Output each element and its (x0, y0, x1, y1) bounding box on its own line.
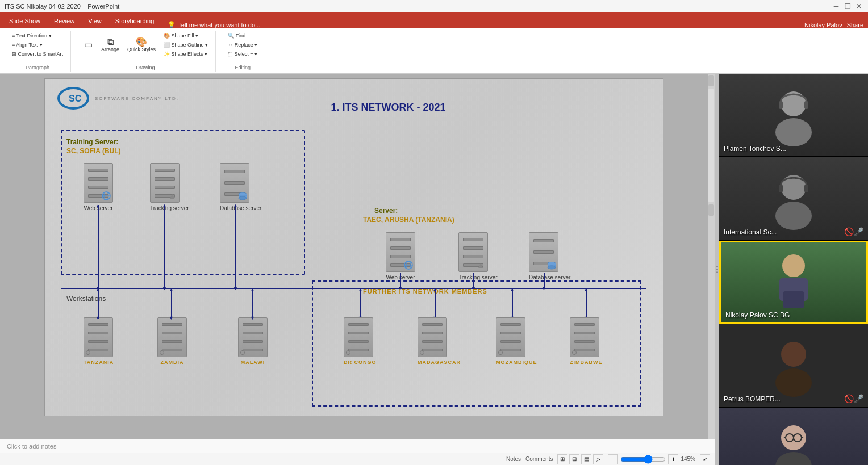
slideshow-view-button[interactable]: ▷ (593, 454, 603, 464)
quick-styles-button[interactable]: 🎨 Quick Styles (124, 36, 158, 54)
db-icon-left (238, 192, 247, 200)
reading-view-button[interactable]: ▤ (581, 454, 591, 464)
align-text-button[interactable]: ≡ Align Text ▾ (9, 41, 66, 49)
slide-container: SC SOFTWARE COMPANY LTD. 1. ITS NETWORK … (0, 74, 715, 465)
svg-point-16 (781, 91, 806, 116)
video-face-nikolay (721, 242, 866, 322)
window-controls: ─ ❐ ✕ (832, 2, 863, 11)
ribbon-user-area: Nikolay Palov Share (804, 22, 868, 28)
tab-storyboarding[interactable]: Storyboarding (108, 14, 161, 28)
panel-divider[interactable] (715, 74, 719, 465)
avatar-gabriela (765, 418, 822, 466)
tab-slideshow[interactable]: Slide Show (2, 14, 47, 28)
normal-view-button[interactable]: ⊞ (557, 454, 567, 464)
workstations-label: Workstations (66, 295, 106, 303)
lightbulb-icon: 💡 (168, 21, 176, 28)
video-tile-petrus: Petrus BOMPER... 🚫🎤 (719, 324, 868, 408)
zoom-out-button[interactable]: − (608, 454, 618, 464)
text-direction-button[interactable]: ≡ Text Direction ▾ (9, 32, 66, 40)
minimize-button[interactable]: ─ (832, 2, 841, 11)
video-tile-plamen: Plamen Tonchev S... (719, 74, 868, 157)
tab-review[interactable]: Review (47, 14, 81, 28)
ribbon: Slide Show Review View Storyboarding 💡 T… (0, 12, 868, 74)
shape-fill-button[interactable]: 🎨 Shape Fill ▾ (161, 32, 211, 40)
comments-view-button[interactable]: Comments (525, 456, 553, 462)
restore-button[interactable]: ❐ (843, 2, 852, 11)
avatar-petrus (765, 334, 822, 397)
tab-view[interactable]: View (81, 14, 108, 28)
further-members-title: FURTHER ITS NETWORK MEMBERS (363, 288, 487, 295)
svg-point-31 (775, 452, 812, 466)
fit-window-button[interactable]: ⤢ (700, 454, 710, 464)
arrow-left-db: ▲ ▼ (235, 205, 236, 289)
video-face-gabriela (719, 408, 868, 465)
tracking-arrow-icon-right: ▲ (477, 261, 485, 270)
ribbon-search[interactable]: 💡 Tell me what you want to do... (168, 21, 260, 28)
mozambique-workstation: MOZAMBIQUE (496, 317, 537, 365)
arrow-left-tracking: ▲ ▼ (164, 205, 165, 289)
text-buttons: ≡ Text Direction ▾ ≡ Align Text ▾ ⊞ Conv… (9, 32, 66, 58)
video-name-plamen: Plamen Tonchev S... (724, 145, 786, 153)
slide-note-area: Click to add notes (0, 439, 715, 453)
left-tracking-server: ▲ Tracking server (150, 163, 189, 211)
svg-line-36 (802, 437, 803, 438)
madagascar-label: MADAGASCAR (418, 359, 461, 365)
video-name-petrus: Petrus BOMPER... (724, 395, 781, 403)
main-area: SC SOFTWARE COMPANY LTD. 1. ITS NETWORK … (0, 74, 868, 465)
zoom-in-button[interactable]: + (668, 454, 678, 464)
svg-rect-18 (779, 101, 783, 109)
close-button[interactable]: ✕ (854, 2, 863, 11)
app-title: ITS SC Nikolay 04-02-2020 – PowerPoint (5, 3, 119, 10)
arrow-zambia: ▲ ▼ (171, 289, 172, 319)
video-tile-international: International Sc... 🚫🎤 (719, 157, 868, 241)
drcongo-workstation: DR CONGO (344, 317, 377, 365)
replace-button[interactable]: ↔ Replace ▾ (225, 41, 260, 49)
shapes-button[interactable]: ▭ (80, 39, 96, 51)
svg-point-21 (775, 202, 812, 230)
mic-muted-icon-international: 🚫🎤 (844, 227, 863, 236)
shapes-icon: ▭ (84, 40, 93, 49)
slide-logo: SC SOFTWARE COMPANY LTD. (56, 86, 179, 111)
avatar-nikolay (754, 249, 833, 317)
share-button[interactable]: Share (847, 22, 863, 28)
avatar-plamen (765, 84, 822, 146)
malawi-label: MALAWI (238, 359, 268, 365)
title-bar: ITS SC Nikolay 04-02-2020 – PowerPoint ─… (0, 0, 868, 12)
editing-buttons: 🔍 Find ↔ Replace ▾ ⬚ Select = ▾ (225, 32, 260, 58)
notes-view-button[interactable]: Notes (506, 456, 521, 462)
arrange-button[interactable]: ⧉ Arrange (98, 36, 122, 54)
shape-effects-button[interactable]: ✨ Shape Effects ▾ (161, 50, 211, 58)
arrow-tanzania: ▲ ▼ (98, 289, 99, 319)
select-button[interactable]: ⬚ Select = ▾ (225, 50, 260, 58)
zimbabwe-label: ZIMBABWE (570, 359, 603, 365)
right-db-server-label: Database server (529, 274, 570, 280)
tanzania-label: TANZANIA (84, 359, 114, 365)
db-icon-right (547, 262, 556, 270)
arrow-zimbabwe: ▲ ▼ (586, 289, 587, 319)
arrow-mozambique: ▲ ▼ (512, 289, 513, 319)
video-panel: Plamen Tonchev S... International Sc... … (719, 74, 868, 465)
left-db-server: Database server (220, 163, 261, 211)
find-button[interactable]: 🔍 Find (225, 32, 260, 40)
arrow-left-web: ▲ ▼ (98, 205, 99, 289)
arrow-drcongo: ▲ ▼ (360, 289, 361, 319)
main-server-label: Server: (374, 207, 398, 215)
ribbon-tab-bar: Slide Show Review View Storyboarding 💡 T… (0, 12, 868, 28)
svg-point-20 (781, 175, 806, 200)
notes-placeholder: Click to add notes (7, 443, 56, 450)
shape-outline-button[interactable]: ⬜ Shape Outline ▾ (161, 41, 211, 49)
svg-point-14 (548, 266, 556, 269)
zimbabwe-workstation: ZIMBABWE (570, 317, 603, 365)
tracking-arrow-icon: ▲ (168, 191, 176, 200)
arrange-icon: ⧉ (107, 37, 114, 47)
video-name-nikolay: Nikolay Palov SC BG (725, 311, 790, 319)
sorter-view-button[interactable]: ⊟ (569, 454, 579, 464)
slide[interactable]: SC SOFTWARE COMPANY LTD. 1. ITS NETWORK … (44, 78, 663, 416)
left-db-server-label: Database server (220, 205, 261, 211)
quick-styles-icon: 🎨 (136, 37, 147, 47)
zoom-slider[interactable] (620, 455, 666, 464)
svg-point-7 (239, 196, 247, 200)
ribbon-group-editing: 🔍 Find ↔ Replace ▾ ⬚ Select = ▾ Editing (220, 31, 265, 72)
convert-smartart-button[interactable]: ⊞ Convert to SmartArt (9, 50, 66, 58)
vertical-scrollbar[interactable] (708, 74, 715, 439)
